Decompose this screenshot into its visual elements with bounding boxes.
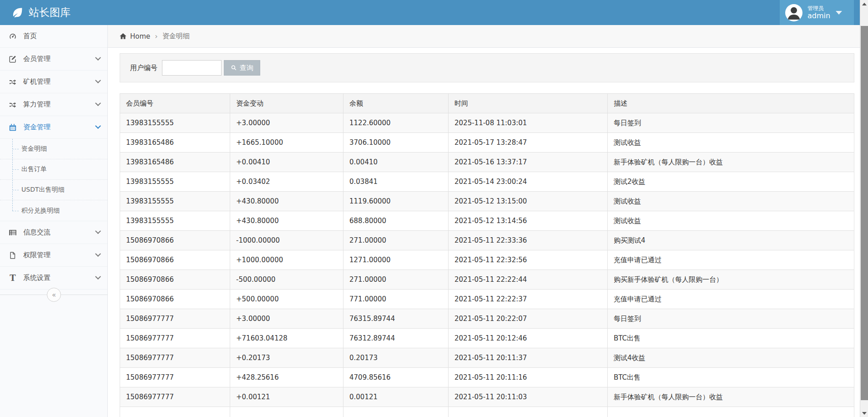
table-row: 15086970866+1000.000001271.000002021-05-…	[120, 250, 854, 270]
chevron-down-icon	[95, 228, 101, 234]
column-header: 资金变动	[230, 94, 343, 113]
scrollbar-thumb[interactable]	[861, 26, 868, 400]
table-cell: 2021-05-11 20:11:03	[449, 387, 608, 407]
caret-down-icon	[836, 11, 842, 15]
sidebar-item-label: 矿机管理	[23, 77, 50, 86]
scroll-down-arrow[interactable]	[860, 409, 868, 417]
sidebar-item-permission[interactable]: 权限管理	[0, 244, 107, 267]
chevron-down-icon	[95, 274, 101, 280]
table-cell: 271.00000	[343, 231, 449, 250]
table-cell: 每日签到	[608, 113, 854, 133]
sidebar-subitem-points-detail[interactable]: 积分兑换明细	[0, 200, 107, 221]
table-cell: 2021-05-17 13:28:47	[449, 133, 608, 153]
table-row: 13983165486+1665.100003706.100002021-05-…	[120, 133, 854, 153]
table-cell: 3706.10000	[343, 133, 449, 153]
sidebar-subitem-usdt-detail[interactable]: USDT出售明细	[0, 180, 107, 200]
table-row: 13983155555+0.034020.038412021-05-14 23:…	[120, 172, 854, 192]
table-cell: 271.00000	[343, 270, 449, 290]
table-cell: 测试收益	[608, 211, 854, 231]
sidebar-item-label: 首页	[23, 32, 37, 41]
user-menu[interactable]: 管理员 admin	[780, 0, 854, 25]
chevron-down-icon	[95, 251, 101, 257]
table-cell	[343, 407, 449, 417]
query-button-label: 查询	[240, 64, 253, 72]
table-cell	[449, 407, 608, 417]
table-cell: 1119.60000	[343, 192, 449, 211]
table-cell: +1000.00000	[230, 250, 343, 270]
table-cell: 13983155555	[120, 113, 230, 133]
table-cell: 13983165486	[120, 153, 230, 172]
brand-logo[interactable]: 站长图库	[11, 0, 71, 25]
sidebar-item-label: 资金管理	[23, 123, 50, 132]
chevron-right-icon: ›	[155, 32, 157, 41]
table-cell: 76312.89744	[343, 329, 449, 348]
breadcrumb: Home › 资金明细	[108, 25, 860, 48]
table-cell: 测试收益	[608, 133, 854, 153]
sidebar-collapse-button[interactable]: «	[47, 288, 61, 302]
shuffle-icon	[8, 100, 18, 109]
table-cell: 15086977777	[120, 309, 230, 329]
query-button[interactable]: 查询	[224, 60, 260, 76]
table-cell: 测试2收益	[608, 172, 854, 192]
table-cell: 13983165486	[120, 133, 230, 153]
table-cell: -1000.00000	[230, 231, 343, 250]
table-row: 15086970866-1000.00000271.000002021-05-1…	[120, 231, 854, 250]
table-cell: +0.00121	[230, 387, 343, 407]
brand-title: 站长图库	[29, 5, 71, 20]
list-icon	[8, 228, 18, 237]
sidebar-subitem-fund-detail[interactable]: 资金明细	[0, 139, 107, 159]
column-header: 时间	[449, 94, 608, 113]
sidebar-item-label: 权限管理	[23, 251, 50, 259]
table-cell: +0.20173	[230, 348, 343, 368]
chevron-down-icon	[95, 77, 101, 83]
search-icon	[231, 65, 237, 71]
table-cell: BTC出售	[608, 368, 854, 387]
shuffle-icon	[8, 77, 18, 86]
table-cell: 15086970866	[120, 270, 230, 290]
sidebar-subitem-label: 资金明细	[21, 145, 47, 153]
table-row: 13983165486+0.004100.004102021-05-16 13:…	[120, 153, 854, 172]
user-id-input[interactable]	[162, 60, 222, 76]
funds-table: 会员编号资金变动余额时间描述 13983155555+3.000001122.6…	[120, 93, 854, 417]
table-cell: 15086970866	[120, 231, 230, 250]
table-cell: +71603.04128	[230, 329, 343, 348]
sidebar-item-system[interactable]: T系统设置	[0, 267, 107, 290]
sidebar-item-label: 系统设置	[23, 274, 50, 282]
table-cell: 2021-05-11 22:33:36	[449, 231, 608, 250]
table-cell: 15086970866	[120, 290, 230, 309]
avatar	[785, 4, 802, 21]
table-cell: 2021-05-11 22:32:56	[449, 250, 608, 270]
user-role: 管理员	[807, 5, 830, 11]
scroll-up-arrow[interactable]	[860, 0, 868, 8]
table-cell: 15086970866	[120, 250, 230, 270]
table-cell: 2021-05-12 13:15:00	[449, 192, 608, 211]
table-cell: 2025-11-08 11:03:01	[449, 113, 608, 133]
table-row: 13983155555+430.80000688.800002021-05-12…	[120, 211, 854, 231]
table-cell: +1665.10000	[230, 133, 343, 153]
table-cell: 0.00121	[343, 387, 449, 407]
table-cell: 2021-05-11 20:22:07	[449, 309, 608, 329]
table-row: 15086977777+428.256164709.856162021-05-1…	[120, 368, 854, 387]
sidebar-item-fund[interactable]: 资金管理	[0, 116, 107, 139]
chevron-down-icon	[95, 100, 101, 106]
sidebar-item-miner[interactable]: 矿机管理	[0, 71, 107, 93]
edit-icon	[8, 55, 18, 64]
breadcrumb-home-link[interactable]: Home	[130, 32, 150, 41]
table-cell: 771.00000	[343, 290, 449, 309]
sidebar-item-home[interactable]: 首页	[0, 25, 107, 48]
table-row: 15086977777+71603.0412876312.897442021-0…	[120, 329, 854, 348]
main-content: 用户编号 查询 会员编号资金变动余额时间描述 13983155555+3.000…	[108, 48, 860, 417]
breadcrumb-current: 资金明细	[162, 32, 190, 41]
sidebar-item-member[interactable]: 会员管理	[0, 48, 107, 71]
sidebar-subitem-sell-order[interactable]: 出售订单	[0, 159, 107, 180]
table-cell: +500.00000	[230, 290, 343, 309]
top-navbar: 站长图库 管理员 admin	[0, 0, 860, 25]
double-chevron-left-icon: «	[52, 291, 56, 299]
sidebar-item-hashrate[interactable]: 算力管理	[0, 93, 107, 116]
table-cell: +3.00000	[230, 113, 343, 133]
sidebar-item-info[interactable]: 信息交流	[0, 221, 107, 244]
table-cell: +430.80000	[230, 192, 343, 211]
table-cell: 2021-05-14 23:00:24	[449, 172, 608, 192]
table-cell: +430.80000	[230, 211, 343, 231]
table-cell: 测试收益	[608, 192, 854, 211]
